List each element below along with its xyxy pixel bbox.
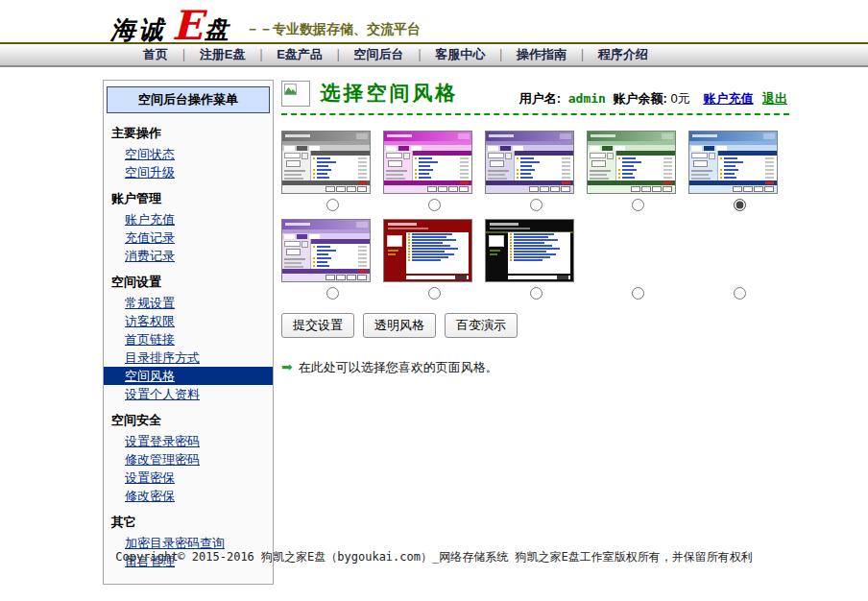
thumb-link-row [510, 233, 570, 235]
thumb-link-text [412, 236, 446, 238]
thumb-bullet-icon [510, 253, 512, 255]
action-button-1[interactable]: 透明风格 [363, 313, 436, 338]
thumb-bullet-icon [510, 245, 512, 247]
thumb-folder-icon [313, 257, 315, 259]
style-thumbnail-purple[interactable] [485, 131, 574, 194]
thumb-body [486, 151, 573, 180]
thumb-bullet-icon [408, 248, 410, 250]
style-radio-gray[interactable] [326, 199, 339, 211]
sidebar-section-heading-2: 空间设置 [104, 265, 273, 294]
logout-link[interactable]: 退出 [762, 91, 787, 106]
thumb-title-logo [560, 133, 571, 139]
nav-separator: ｜ [576, 46, 589, 63]
style-thumbnail-black[interactable] [485, 219, 574, 282]
nav-separator: ｜ [254, 46, 267, 63]
thumb-file-meta [562, 177, 570, 179]
thumb-file-meta [562, 157, 570, 159]
sidebar-section-heading-1: 账户管理 [104, 181, 273, 210]
nav-item-6[interactable]: 程序介绍 [598, 46, 648, 63]
thumb-folder-icon [618, 173, 620, 175]
sidebar-item-0-1[interactable]: 空间升级 [125, 163, 273, 181]
sidebar-item-3-3[interactable]: 修改密保 [125, 487, 273, 505]
thumb-folder-icon [618, 177, 620, 179]
thumb-link-row [510, 256, 570, 258]
thumb-file-meta [765, 165, 774, 167]
thumb-bottom-button [357, 186, 367, 192]
nav-item-3[interactable]: 空间后台 [354, 46, 404, 63]
style-thumbnail-violet[interactable] [281, 219, 371, 282]
thumb-title-text [285, 134, 310, 137]
style-radio-darkred[interactable] [428, 287, 441, 300]
nav-item-0[interactable]: 首页 [143, 46, 168, 63]
style-thumbnail-gray[interactable] [281, 131, 371, 194]
style-radio-empty-2[interactable] [734, 287, 746, 300]
style-thumbnail-magenta[interactable] [383, 131, 472, 194]
main-panel: 选择空间风格 用户名: admin 账户余额: 0元 账户充值 退出 提交设置透… [281, 80, 789, 376]
thumb-file-link [520, 157, 534, 159]
thumb-file-link [724, 165, 735, 167]
thumb-mini-button [403, 153, 410, 159]
thumb-list-header [311, 151, 370, 156]
style-radio-blue[interactable] [734, 199, 746, 211]
style-radio-purple[interactable] [530, 199, 542, 211]
sidebar-item-3-2[interactable]: 设置密保 [125, 469, 273, 487]
nav-item-2[interactable]: E盘产品 [277, 46, 323, 63]
thumb-file-link [520, 173, 531, 175]
sidebar-item-1-0[interactable]: 账户充值 [125, 210, 273, 228]
sidebar-item-3-0[interactable]: 设置登录密码 [125, 432, 273, 450]
nav-separator: ｜ [178, 46, 190, 63]
style-thumbnail-green[interactable] [587, 131, 676, 194]
thumb-file-meta [358, 250, 367, 252]
thumb-input [284, 153, 301, 158]
thumb-file-meta [663, 173, 672, 175]
sidebar-item-2-5[interactable]: 设置个人资料 [125, 385, 273, 403]
sidebar-item-2-1[interactable]: 访客权限 [125, 312, 273, 330]
thumb-body [689, 151, 777, 180]
tip-line: ➡在此处可以选择您喜欢的页面风格。 [281, 359, 789, 376]
thumb-input [284, 241, 301, 247]
style-radio-violet[interactable] [326, 287, 339, 300]
sidebar-item-2-0[interactable]: 常规设置 [125, 294, 273, 312]
thumb-folder-icon [720, 169, 722, 171]
action-buttons: 提交设置透明风格百变演示 [281, 313, 789, 338]
nav-item-4[interactable]: 客服中心 [435, 46, 485, 63]
sidebar-item-2-2[interactable]: 首页链接 [125, 330, 273, 349]
thumb-bottom-button [347, 275, 356, 280]
recharge-link[interactable]: 账户充值 [703, 91, 753, 106]
thumb-file-link [724, 177, 736, 179]
thumb-file-meta [460, 169, 469, 171]
thumb-button [490, 160, 504, 167]
radio-wrap-black [485, 286, 587, 301]
thumb-bottom-button [438, 186, 447, 192]
style-radio-magenta[interactable] [428, 199, 441, 211]
thumb-file-link [317, 250, 336, 252]
sidebar-item-0-0[interactable]: 空间状态 [125, 145, 273, 163]
thumb-status-red [460, 181, 469, 184]
style-radio-empty-1[interactable] [632, 287, 644, 300]
thumb-link-text [514, 251, 546, 252]
thumb-status-red [358, 270, 367, 273]
sidebar-item-2-4[interactable]: 空间风格 [104, 367, 273, 385]
action-button-2[interactable]: 百变演示 [445, 313, 518, 338]
style-radio-green[interactable] [632, 199, 644, 211]
style-thumbnail-darkred[interactable] [383, 219, 472, 282]
sidebar-item-1-1[interactable]: 充值记录 [125, 228, 273, 247]
style-thumbnail-blue[interactable] [688, 131, 778, 194]
thumb-text-line [488, 170, 509, 172]
sidebar-item-3-1[interactable]: 修改管理密码 [125, 450, 273, 469]
thumb-link-row [408, 245, 469, 247]
nav-item-1[interactable]: 注册E盘 [200, 46, 246, 63]
thumb-list-header [515, 151, 573, 156]
action-button-0[interactable]: 提交设置 [281, 313, 354, 338]
thumb-folder-icon [720, 173, 722, 175]
sidebar-item-2-3[interactable]: 目录排序方式 [125, 349, 273, 367]
nav-item-5[interactable]: 操作指南 [517, 46, 567, 63]
style-radio-black[interactable] [530, 287, 542, 300]
style-cell-empty-1 [587, 219, 688, 301]
thumb-link-row [510, 251, 570, 252]
thumb-body [282, 151, 370, 180]
sidebar-item-1-2[interactable]: 消费记录 [125, 247, 273, 265]
thumb-link-text [514, 253, 556, 255]
thumb-file-link [520, 165, 532, 167]
thumb-bottom-button [529, 186, 539, 192]
